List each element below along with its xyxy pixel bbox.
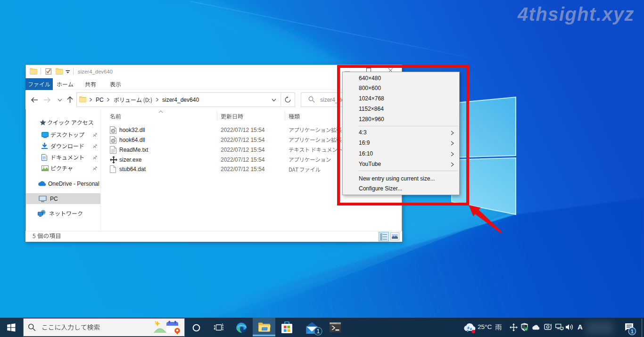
svg-text:1: 1 — [316, 328, 320, 335]
svg-text:1: 1 — [631, 329, 634, 334]
